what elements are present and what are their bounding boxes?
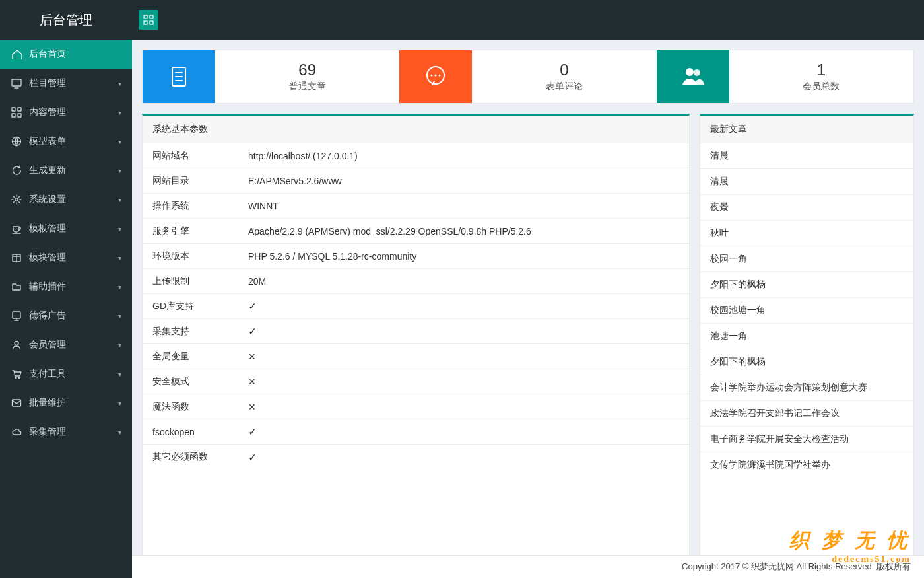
article-link[interactable]: 清晨	[700, 169, 913, 195]
param-value: PHP 5.2.6 / MYSQL 5.1.28-rc-community	[238, 245, 689, 268]
members-icon	[657, 50, 729, 103]
sidebar-item-label: 模型表单	[29, 135, 66, 147]
article-link[interactable]: 政法学院召开支部书记工作会议	[700, 401, 913, 427]
param-value-text: WINNT	[248, 201, 279, 211]
sidebar-item-label: 后台首页	[29, 48, 66, 60]
sidebar-item-label: 栏目管理	[29, 77, 66, 89]
sidebar-item-10[interactable]: 会员管理▾	[0, 330, 132, 359]
stat-label: 普通文章	[289, 81, 326, 92]
sidebar-item-3[interactable]: 模型表单▾	[0, 127, 132, 156]
chevron-down-icon: ▾	[118, 400, 121, 407]
stat-card-1[interactable]: 0表单评论	[399, 50, 656, 103]
sidebar-item-6[interactable]: 模板管理▾	[0, 214, 132, 243]
sidebar-item-label: 生成更新	[29, 164, 66, 176]
article-link[interactable]: 秋叶	[700, 221, 913, 246]
sidebar-item-label: 采集管理	[29, 426, 66, 438]
article-link[interactable]: 文传学院濂溪书院国学社举办	[700, 452, 913, 478]
stat-label: 会员总数	[803, 81, 840, 92]
stat-number: 69	[298, 61, 316, 79]
x-icon	[248, 377, 256, 387]
svg-point-10	[15, 198, 18, 201]
param-value: Apache/2.2.9 (APMServ) mod_ssl/2.2.29 Op…	[238, 220, 689, 242]
param-row: GD库支持	[143, 294, 689, 319]
sidebar-item-2[interactable]: 内容管理▾	[0, 98, 132, 127]
sidebar-item-4[interactable]: 生成更新▾	[0, 156, 132, 185]
param-label: 网站目录	[143, 169, 238, 193]
param-label: 全局变量	[143, 345, 238, 369]
sidebar-item-label: 批量维护	[29, 397, 66, 409]
stat-card-0[interactable]: 69普通文章	[143, 50, 399, 103]
param-row: 安全模式	[143, 369, 689, 394]
param-label: 上传限制	[143, 270, 238, 293]
refresh-icon	[11, 164, 22, 176]
article-link[interactable]: 校园池塘一角	[700, 298, 913, 324]
article-link[interactable]: 电子商务学院开展安全大检查活动	[700, 427, 913, 452]
param-label: 魔法函数	[143, 395, 238, 419]
grid-menu-button[interactable]	[139, 10, 158, 30]
chevron-down-icon: ▾	[118, 371, 121, 378]
sidebar-item-8[interactable]: 辅助插件▾	[0, 272, 132, 301]
param-row: fsockopen	[143, 419, 689, 445]
stat-text: 1会员总数	[729, 50, 913, 103]
svg-point-23	[694, 69, 700, 76]
sidebar-item-11[interactable]: 支付工具▾	[0, 359, 132, 388]
svg-rect-12	[13, 312, 20, 318]
svg-rect-6	[18, 108, 21, 111]
param-row: 网站域名http://localhost/ (127.0.0.1)	[143, 143, 689, 168]
svg-rect-8	[18, 114, 21, 117]
param-label: 服务引擎	[143, 219, 238, 243]
param-row: 魔法函数	[143, 394, 689, 419]
sidebar-item-9[interactable]: 德得广告▾	[0, 301, 132, 330]
user-icon	[11, 339, 22, 351]
article-link[interactable]: 夕阳下的枫杨	[700, 272, 913, 298]
sidebar-item-13[interactable]: 采集管理▾	[0, 417, 132, 447]
sidebar-item-label: 德得广告	[29, 310, 66, 322]
check-icon	[248, 427, 257, 437]
board-icon	[11, 310, 22, 322]
check-icon	[248, 326, 257, 337]
article-link[interactable]: 夜景	[700, 195, 913, 221]
sidebar-item-label: 模块管理	[29, 252, 66, 264]
chat-icon	[399, 50, 472, 103]
gear-icon	[11, 194, 22, 205]
svg-rect-3	[150, 21, 153, 24]
param-value	[238, 345, 689, 368]
chevron-down-icon: ▾	[118, 429, 121, 436]
chevron-down-icon: ▾	[118, 80, 121, 87]
article-link[interactable]: 夕阳下的枫杨	[700, 349, 913, 375]
sidebar-item-label: 内容管理	[29, 106, 66, 118]
chevron-down-icon: ▾	[118, 109, 121, 116]
article-link[interactable]: 清晨	[700, 143, 913, 169]
sidebar-item-1[interactable]: 栏目管理▾	[0, 69, 132, 98]
svg-rect-5	[12, 108, 15, 111]
footer: Copyright 2017 © 织梦无忧网 All Rights Reserv…	[132, 555, 924, 578]
articles-body: 清晨清晨夜景秋叶校园一角夕阳下的枫杨校园池塘一角池塘一角夕阳下的枫杨会计学院举办…	[700, 143, 913, 577]
param-label: 其它必须函数	[143, 445, 238, 469]
sidebar-item-7[interactable]: 模块管理▾	[0, 243, 132, 272]
stat-card-2[interactable]: 1会员总数	[657, 50, 913, 103]
chevron-down-icon: ▾	[118, 138, 121, 145]
svg-point-15	[18, 377, 20, 379]
param-label: fsockopen	[143, 421, 238, 443]
stat-text: 0表单评论	[472, 50, 656, 103]
sidebar-item-12[interactable]: 批量维护▾	[0, 388, 132, 417]
sidebar-item-0[interactable]: 后台首页	[0, 40, 132, 69]
param-value	[238, 396, 689, 418]
mail-icon	[11, 397, 22, 409]
article-link[interactable]: 池塘一角	[700, 324, 913, 349]
param-row: 全局变量	[143, 344, 689, 369]
article-link[interactable]: 会计学院举办运动会方阵策划创意大赛	[700, 375, 913, 401]
svg-point-22	[686, 68, 694, 76]
svg-rect-4	[12, 79, 21, 86]
sidebar-item-5[interactable]: 系统设置▾	[0, 185, 132, 214]
param-value	[238, 445, 689, 470]
param-value-text: E:/APMServ5.2.6/www	[248, 176, 342, 186]
param-label: 网站域名	[143, 144, 238, 168]
param-row: 网站目录E:/APMServ5.2.6/www	[143, 168, 689, 194]
chevron-down-icon: ▾	[118, 283, 121, 291]
param-value	[238, 319, 689, 343]
sidebar-item-label: 支付工具	[29, 368, 66, 380]
panel-title: 最新文章	[700, 116, 913, 143]
article-link[interactable]: 校园一角	[700, 246, 913, 272]
params-body: 网站域名http://localhost/ (127.0.0.1)网站目录E:/…	[143, 143, 689, 577]
